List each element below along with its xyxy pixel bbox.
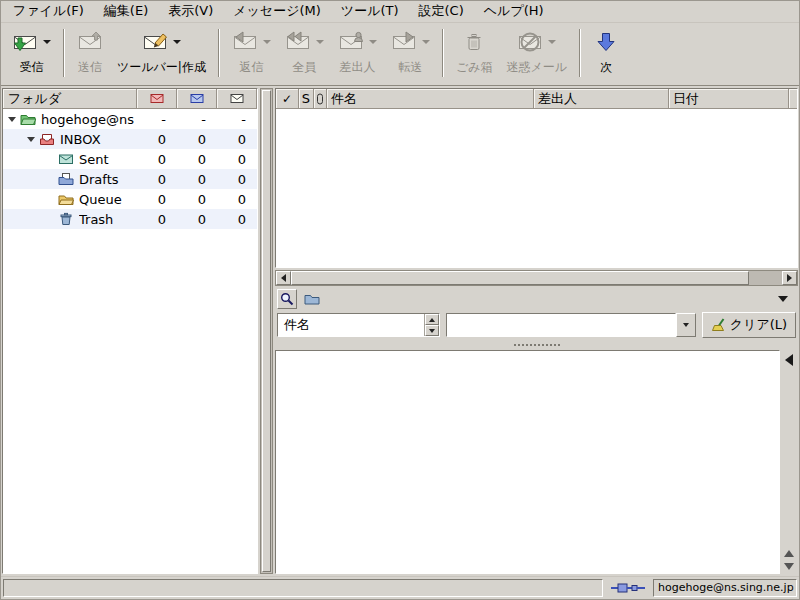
folder-row-trash[interactable]: Trash 0 0 0 xyxy=(3,209,257,229)
queue-folder-icon xyxy=(58,192,74,206)
new-mail-column-header[interactable] xyxy=(137,89,177,109)
dropdown-arrow-icon[interactable] xyxy=(43,40,51,44)
expander-icon[interactable] xyxy=(8,117,16,122)
toolbar-compose-button[interactable]: ツールバー|作成 xyxy=(110,26,213,83)
search-icon xyxy=(280,292,294,306)
folder-new-count: 0 xyxy=(137,132,177,147)
menu-help[interactable]: ヘルプ(H) xyxy=(474,0,554,23)
attachment-pane-toggle-icon[interactable] xyxy=(785,354,793,366)
folder-name: Trash xyxy=(79,212,137,227)
pane-resize-grip[interactable] xyxy=(275,340,798,350)
scroll-right-button[interactable] xyxy=(782,271,797,285)
search-folder-button[interactable] xyxy=(302,293,322,306)
menu-view[interactable]: 表示(V) xyxy=(158,0,223,23)
folder-row-sent[interactable]: Sent 0 0 0 xyxy=(3,149,257,169)
scrollbar-trough[interactable] xyxy=(749,271,782,285)
search-input[interactable] xyxy=(447,314,675,336)
clear-search-button[interactable]: クリア(L) xyxy=(702,312,796,338)
account-folder-icon xyxy=(20,112,36,126)
menu-edit[interactable]: 編集(E) xyxy=(94,0,158,23)
toolbar-compose-label: ツールバー|作成 xyxy=(117,59,206,76)
inbox-icon xyxy=(39,132,55,146)
status-account-field: hogehoge@ns.sing.ne.jp xyxy=(653,579,797,597)
right-pane: ✓ S 件名 差出人 日付 xyxy=(275,88,798,574)
toolbar-forward-button[interactable]: 転送 xyxy=(384,26,437,83)
quick-search-bar xyxy=(275,286,798,310)
toolbar-reply-sender-button[interactable]: 差出人 xyxy=(331,26,384,83)
new-mail-column-icon xyxy=(150,93,164,104)
search-field-selector[interactable]: 件名 xyxy=(277,313,440,337)
dropdown-arrow-icon[interactable] xyxy=(173,40,181,44)
toolbar-junk-button[interactable]: 迷惑メール xyxy=(499,26,574,83)
total-mail-column-header[interactable] xyxy=(217,89,257,109)
scrollbar-thumb[interactable] xyxy=(262,90,271,572)
toolbar-reply-label: 返信 xyxy=(239,59,263,76)
connection-indicator[interactable] xyxy=(608,582,648,594)
folder-column-header[interactable]: フォルダ xyxy=(3,89,137,109)
attachment-column-header[interactable] xyxy=(314,89,327,109)
message-list-hscrollbar[interactable] xyxy=(275,270,798,286)
dropdown-arrow-icon[interactable] xyxy=(369,40,377,44)
folder-row-account[interactable]: hogehoge@ns - - - xyxy=(3,109,257,129)
message-list-body[interactable] xyxy=(276,109,797,267)
menu-file[interactable]: ファイル(F) xyxy=(3,0,94,23)
folder-new-count: 0 xyxy=(137,172,177,187)
app-window: { "colors": { "window_bg": "#d6d3cd", "r… xyxy=(0,0,800,600)
search-field-spinner xyxy=(424,314,439,336)
dropdown-arrow-icon[interactable] xyxy=(316,40,324,44)
toolbar-receive-button[interactable]: 受信 xyxy=(5,26,58,83)
toolbar-send-label: 送信 xyxy=(78,59,102,76)
dropdown-arrow-icon[interactable] xyxy=(422,40,430,44)
toolbar-reply-all-button[interactable]: 全員 xyxy=(278,26,331,83)
scroll-down-icon[interactable] xyxy=(784,563,794,570)
search-entry-group xyxy=(446,313,696,337)
menu-message[interactable]: メッセージ(M) xyxy=(223,0,331,23)
search-entry[interactable] xyxy=(446,313,676,337)
scrollbar-thumb[interactable] xyxy=(291,271,749,285)
search-button[interactable] xyxy=(277,289,297,309)
toolbar-reply-all-label: 全員 xyxy=(292,59,316,76)
mark-column-header[interactable]: ✓ xyxy=(276,89,299,109)
scroll-left-button[interactable] xyxy=(276,271,291,285)
scroll-up-icon[interactable] xyxy=(784,550,794,557)
toolbar-reply-sender-label: 差出人 xyxy=(339,59,375,76)
folder-unread-count: 0 xyxy=(177,172,217,187)
folder-unread-count: 0 xyxy=(177,212,217,227)
from-column-header[interactable]: 差出人 xyxy=(534,89,669,109)
subject-column-header[interactable]: 件名 xyxy=(327,89,534,109)
message-view[interactable] xyxy=(275,350,780,574)
toolbar-trash-button[interactable]: ごみ箱 xyxy=(449,26,500,83)
menu-tools[interactable]: ツール(T) xyxy=(331,0,409,23)
folder-select-icon xyxy=(304,293,320,306)
folder-row-queue[interactable]: Queue 0 0 0 xyxy=(3,189,257,209)
next-arrow-icon xyxy=(593,31,619,53)
status-column-header[interactable]: S xyxy=(299,89,314,109)
toolbar-send-button[interactable]: 送信 xyxy=(70,26,110,83)
menu-bar: ファイル(F) 編集(E) 表示(V) メッセージ(M) ツール(T) 設定(C… xyxy=(1,0,799,22)
folder-name: hogehoge@ns xyxy=(41,112,137,127)
sent-folder-icon xyxy=(58,152,74,166)
status-bar: hogehoge@ns.sing.ne.jp xyxy=(1,576,799,598)
dropdown-arrow-icon[interactable] xyxy=(263,40,271,44)
dropdown-arrow-icon[interactable] xyxy=(548,40,556,44)
folder-new-count: - xyxy=(137,112,177,127)
folder-pane-scrollbar[interactable] xyxy=(260,88,273,574)
folder-row-inbox[interactable]: INBOX 0 0 0 xyxy=(3,129,257,149)
date-column-header[interactable]: 日付 xyxy=(669,89,789,109)
unread-mail-column-header[interactable] xyxy=(177,89,217,109)
mark-column-icon: ✓ xyxy=(282,93,292,105)
search-history-dropdown-button[interactable] xyxy=(676,313,696,337)
expander-icon[interactable] xyxy=(27,137,35,142)
toolbar-reply-button[interactable]: 返信 xyxy=(225,26,278,83)
folder-row-drafts[interactable]: Drafts 0 0 0 xyxy=(3,169,257,189)
spin-down-button[interactable] xyxy=(425,325,439,336)
collapse-search-arrow-icon[interactable] xyxy=(778,296,788,302)
spin-up-button[interactable] xyxy=(425,314,439,325)
toolbar-next-button[interactable]: 次 xyxy=(586,26,626,83)
folder-unread-count: 0 xyxy=(177,152,217,167)
toolbar-separator xyxy=(579,29,581,77)
menu-settings[interactable]: 設定(C) xyxy=(409,0,474,23)
folder-total-count: 0 xyxy=(217,192,257,207)
scroll-left-icon xyxy=(281,274,286,282)
reply-sender-icon xyxy=(338,31,364,53)
